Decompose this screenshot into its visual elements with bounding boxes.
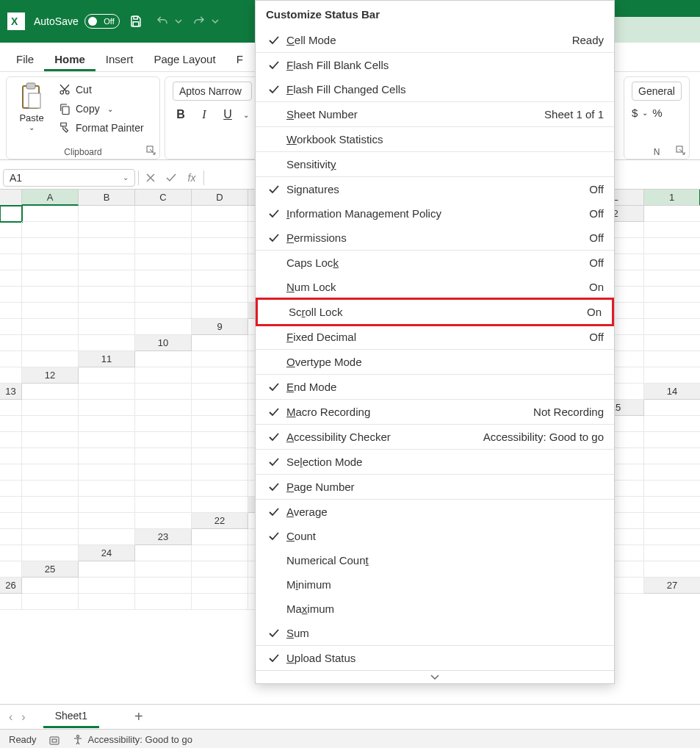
row-header[interactable]: 9 [192, 319, 248, 335]
column-header[interactable]: C [135, 190, 192, 206]
cell[interactable] [644, 303, 700, 319]
cell[interactable] [79, 303, 135, 319]
tab-home[interactable]: Home [44, 47, 95, 71]
cell[interactable] [79, 384, 135, 400]
copy-button[interactable]: Copy ⌄ [55, 101, 147, 117]
row-header[interactable]: 13 [0, 384, 22, 400]
cell[interactable] [79, 432, 135, 448]
add-sheet-button[interactable]: + [134, 708, 143, 725]
accessibility-status[interactable]: Accessibility: Good to go [72, 734, 192, 746]
cell[interactable] [0, 319, 22, 335]
cell[interactable] [644, 270, 700, 287]
cell[interactable] [135, 254, 192, 270]
cell[interactable] [644, 416, 700, 432]
menu-item[interactable]: Average [256, 500, 614, 524]
menu-item[interactable]: Num LockOn [256, 275, 614, 299]
autosave-toggle[interactable]: Off [84, 14, 120, 29]
cell[interactable] [79, 594, 135, 610]
cell[interactable] [192, 594, 248, 610]
cell[interactable] [0, 561, 22, 578]
cell[interactable] [22, 206, 79, 222]
cell[interactable] [22, 400, 79, 416]
cell[interactable] [135, 351, 192, 367]
name-box[interactable]: A1 ⌄ [3, 169, 135, 187]
cell[interactable] [135, 319, 192, 335]
menu-item[interactable]: PermissionsOff [256, 226, 614, 251]
cell[interactable] [22, 238, 79, 254]
redo-dropdown[interactable] [211, 11, 220, 32]
cell[interactable] [79, 238, 135, 254]
cell[interactable] [644, 497, 700, 513]
cell[interactable] [0, 432, 22, 448]
cell[interactable] [192, 416, 248, 432]
menu-item[interactable]: End Mode [256, 375, 614, 400]
cell[interactable] [22, 594, 79, 610]
cell[interactable] [135, 384, 192, 400]
cut-button[interactable]: Cut [55, 82, 147, 98]
sheet-tab-active[interactable]: Sheet1 [43, 705, 99, 728]
cell[interactable] [79, 400, 135, 416]
cell[interactable] [0, 287, 22, 303]
cell[interactable] [644, 238, 700, 254]
tab-page-layout[interactable]: Page Layout [143, 47, 225, 71]
menu-item[interactable]: Maximum [256, 597, 614, 621]
cell[interactable] [135, 432, 192, 448]
column-header[interactable]: B [79, 190, 135, 206]
cancel-formula-button[interactable] [142, 169, 159, 187]
cell[interactable] [22, 335, 79, 351]
menu-item[interactable]: Minimum [256, 572, 614, 597]
cell[interactable] [192, 270, 248, 287]
menu-item[interactable]: Accessibility CheckerAccessibility: Good… [256, 425, 614, 450]
undo-dropdown[interactable] [174, 11, 183, 32]
cell[interactable] [79, 287, 135, 303]
clipboard-launcher[interactable] [146, 145, 156, 156]
status-bar[interactable]: Ready Accessibility: Good to go [0, 729, 700, 748]
cell[interactable] [79, 367, 135, 384]
cell[interactable] [0, 351, 22, 367]
cell[interactable] [192, 303, 248, 319]
cell[interactable] [644, 561, 700, 578]
sheet-prev-button[interactable]: ‹ [9, 711, 12, 724]
italic-button[interactable]: I [196, 107, 212, 123]
save-button[interactable] [126, 11, 146, 32]
row-header[interactable]: 27 [644, 578, 700, 594]
menu-item[interactable]: Selection Mode [256, 450, 614, 475]
cell[interactable] [135, 464, 192, 481]
cell[interactable] [0, 594, 22, 610]
cell[interactable] [79, 448, 135, 464]
cell[interactable] [0, 448, 22, 464]
cell[interactable] [79, 206, 135, 222]
cell[interactable] [135, 448, 192, 464]
percent-button[interactable]: % [652, 107, 662, 119]
row-header[interactable]: 26 [0, 578, 22, 594]
cell[interactable] [22, 384, 79, 400]
cell[interactable] [22, 513, 79, 529]
tab-insert[interactable]: Insert [95, 47, 144, 71]
row-header[interactable]: 12 [22, 367, 79, 384]
cell[interactable] [644, 287, 700, 303]
cell[interactable] [0, 400, 22, 416]
cell[interactable] [135, 416, 192, 432]
cell[interactable] [0, 529, 22, 545]
cell[interactable] [0, 416, 22, 432]
cell[interactable] [22, 497, 79, 513]
row-header[interactable]: 14 [644, 384, 700, 400]
cell[interactable] [0, 513, 22, 529]
menu-item[interactable]: Count [256, 524, 614, 548]
row-header[interactable]: 11 [79, 351, 135, 367]
cell[interactable] [192, 287, 248, 303]
cell[interactable] [192, 561, 248, 578]
cell[interactable] [135, 270, 192, 287]
cell[interactable] [79, 335, 135, 351]
cell[interactable] [192, 254, 248, 270]
font-name-selector[interactable]: Aptos Narrow [173, 82, 252, 101]
cell[interactable] [0, 545, 22, 561]
cell[interactable] [79, 254, 135, 270]
cell[interactable] [135, 545, 192, 561]
cell[interactable] [135, 206, 192, 222]
cell[interactable] [22, 270, 79, 287]
cell[interactable] [192, 335, 248, 351]
cell[interactable] [135, 513, 192, 529]
menu-item[interactable]: Flash Fill Changed Cells [256, 77, 614, 102]
column-header[interactable]: D [192, 190, 248, 206]
